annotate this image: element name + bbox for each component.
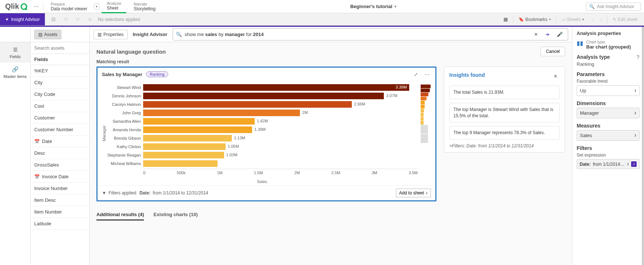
mini-scroll-handle[interactable] — [421, 134, 428, 143]
field-item[interactable]: Cost — [31, 100, 89, 112]
chevron-right-icon — [627, 162, 629, 167]
field-item-label: Customer Number — [34, 127, 73, 132]
chevron-down-icon[interactable]: ▾ — [94, 3, 99, 10]
field-item[interactable]: GrossSales — [31, 159, 89, 171]
mic-icon[interactable]: 🎤 — [555, 30, 565, 39]
filters-heading: Filters — [577, 145, 592, 151]
vtab-master-items[interactable]: 🔗 Master items — [0, 62, 30, 82]
measure-select[interactable]: Sales — [577, 130, 640, 141]
insight-advisor-crumb: Insight Advisor — [133, 32, 167, 37]
mini-scroll-handle[interactable] — [421, 125, 428, 134]
insight-advisor-chip[interactable]: ✦ Insight Advisor — [0, 13, 45, 25]
bar-row[interactable]: Micheal Williams — [143, 159, 418, 168]
field-item-label: Item Number — [34, 209, 62, 215]
field-item[interactable]: Item Desc — [31, 194, 89, 206]
help-icon[interactable]: ? — [636, 54, 640, 60]
step-back-icon[interactable]: ⟲ — [61, 15, 70, 24]
chart-type-value: Bar chart (grouped) — [586, 44, 631, 50]
favorable-trend-select[interactable]: Up — [577, 85, 640, 96]
clear-sel-icon[interactable]: ⊘ — [86, 15, 94, 24]
center-scroll[interactable]: Natural language question Cancel Matchin… — [90, 42, 572, 265]
tab-existing-charts[interactable]: Existing charts (10) — [153, 212, 198, 221]
edit-label: Edit sheet — [618, 17, 637, 22]
insights-card: Insights found ✕ The total Sales is 21.9… — [444, 67, 565, 153]
x-tick: 500k — [177, 171, 185, 175]
bar-row[interactable]: Stewart Wind3.39M — [143, 83, 418, 92]
mini-bar — [421, 93, 428, 96]
chart-area[interactable]: Manager Stewart Wind3.39MDennis Johnson3… — [98, 81, 435, 185]
field-item[interactable]: Customer Number — [31, 124, 89, 136]
cancel-button[interactable]: Cancel — [541, 47, 565, 56]
assets-tab-button[interactable]: ▤ Assets — [34, 30, 61, 39]
panel-icon: ▥ — [98, 32, 102, 37]
tab-additional-results[interactable]: Additional results (4) — [96, 212, 144, 221]
field-item[interactable]: Desc — [31, 147, 89, 159]
bar-category-label: Samantha Allen — [106, 119, 143, 123]
fields-heading: Fields — [31, 54, 89, 65]
nl-query-box[interactable]: 🔍 show me sales by manager for 2014 ✕ ➔ … — [173, 28, 568, 40]
bar-row[interactable]: Dennis Johnson3.07M — [143, 92, 418, 100]
nav-prepare[interactable]: Prepare Data model viewer ▾ — [46, 0, 99, 13]
nav-narrate-label: Narrate — [134, 2, 155, 6]
fields-list[interactable]: %KEYCityCity CodeCostCustomerCustomer Nu… — [31, 65, 89, 265]
prev-sheet-icon[interactable]: ‹ — [589, 15, 595, 24]
nav-narrate[interactable]: Narrate Storytelling — [128, 0, 160, 13]
divider — [556, 15, 556, 24]
expand-icon[interactable]: ⤢ — [413, 72, 420, 77]
app-title-text: Beginner's tutorial — [350, 4, 392, 9]
sheets-button[interactable]: ▭ Sheets ▾ — [559, 16, 586, 23]
vtab-fields[interactable]: ≣ Fields — [0, 42, 30, 62]
bar-rect: 2.66M — [143, 101, 352, 108]
bar-row[interactable]: Samantha Allen1.42M — [143, 117, 418, 125]
bar-rect: 3.39M — [143, 84, 409, 91]
bar-row[interactable]: Carolyn Halmon2.66M — [143, 100, 418, 108]
insight-item[interactable]: The top 9 Manager represents 78.3% of Sa… — [449, 126, 560, 140]
field-item[interactable]: Customer — [31, 112, 89, 124]
smart-select-icon[interactable]: ⊡ — [49, 15, 58, 24]
mini-map-chart[interactable] — [421, 83, 431, 184]
field-item-label: GrossSales — [34, 162, 59, 168]
nav-analyze[interactable]: Analyze Sheet — [102, 0, 126, 13]
field-item[interactable]: City — [31, 77, 89, 89]
dimension-value: Manager — [580, 110, 599, 116]
bar-row[interactable]: Amanda Honda1.39M — [143, 125, 418, 134]
assets-column: ▤ Assets Fields %KEYCityCity CodeCostCus… — [31, 27, 89, 265]
ask-insight-search[interactable]: 🔍 Ask Insight Advisor — [586, 3, 641, 11]
bar-row[interactable]: Stephanie Reagan1.03M — [143, 151, 418, 159]
bar-category-label: Amanda Honda — [106, 128, 143, 132]
bar-row[interactable]: John Greg2M — [143, 108, 418, 117]
vtab-master-label: Master items — [4, 74, 27, 79]
next-sheet-icon[interactable]: › — [598, 15, 604, 24]
edit-sheet-button[interactable]: ✎ Edit sheet — [611, 16, 640, 23]
bar-row[interactable]: Brenda Gibson1.13M — [143, 134, 418, 142]
bar-value-label: 1.05M — [228, 144, 239, 148]
checkbox-checked-icon[interactable]: ✓ — [631, 161, 637, 167]
app-header: Qlik ⋯ Prepare Data model viewer ▾ Analy… — [0, 0, 644, 13]
brand-logo[interactable]: Qlik — [3, 2, 29, 11]
insight-item[interactable]: The top Manager is Stewart Wind with Sal… — [449, 103, 560, 123]
field-item[interactable]: 📅Date — [31, 136, 89, 147]
filter-chip[interactable]: Date: from 1/1/2014 to 1... ✓ — [577, 159, 640, 169]
app-title[interactable]: Beginner's tutorial ▾ — [163, 4, 584, 9]
step-fwd-icon[interactable]: ⟳ — [74, 15, 82, 24]
insight-item[interactable]: The total Sales is 21.93M. — [449, 86, 560, 99]
grid-icon[interactable]: ▦ — [501, 15, 510, 24]
field-item[interactable]: City Code — [31, 89, 89, 100]
search-assets-input[interactable] — [31, 42, 89, 54]
field-item[interactable]: Item Number — [31, 206, 89, 218]
field-item[interactable]: Invoice Number — [31, 183, 89, 194]
close-icon[interactable]: ✕ — [551, 72, 560, 80]
bookmarks-button[interactable]: 🔖 Bookmarks ▾ — [516, 16, 553, 23]
mini-bar — [421, 89, 430, 92]
clear-query-icon[interactable]: ✕ — [532, 30, 540, 39]
more-icon[interactable]: ⋯ — [423, 72, 431, 77]
field-item[interactable]: %KEY — [31, 65, 89, 77]
bar-row[interactable]: Kathy Clinton1.05M — [143, 142, 418, 151]
add-to-sheet-button[interactable]: Add to sheet ▾ — [396, 189, 431, 197]
submit-query-icon[interactable]: ➔ — [543, 30, 552, 39]
properties-tab-button[interactable]: ▥ Properties — [93, 30, 128, 39]
more-icon[interactable]: ⋯ — [32, 2, 41, 11]
dimension-select[interactable]: Manager — [577, 108, 640, 118]
field-item[interactable]: 📅Invoice Date — [31, 171, 89, 183]
field-item[interactable]: Latitude — [31, 218, 89, 230]
